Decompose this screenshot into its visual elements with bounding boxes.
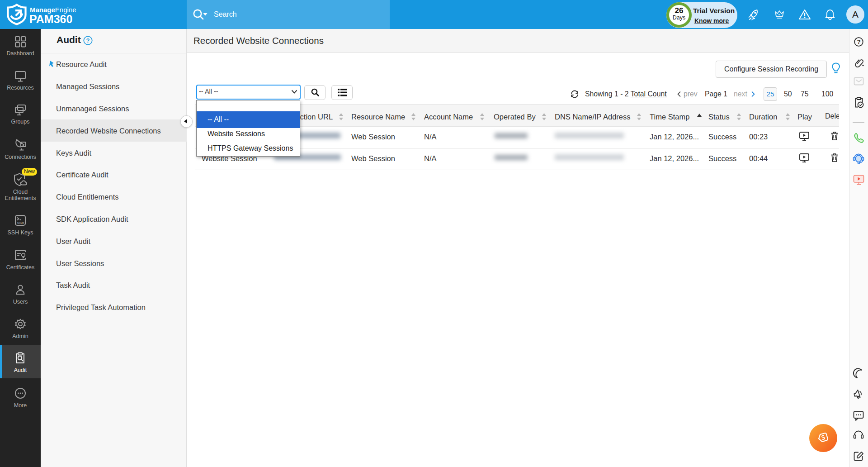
svg-text:SSH: SSH (17, 221, 24, 225)
